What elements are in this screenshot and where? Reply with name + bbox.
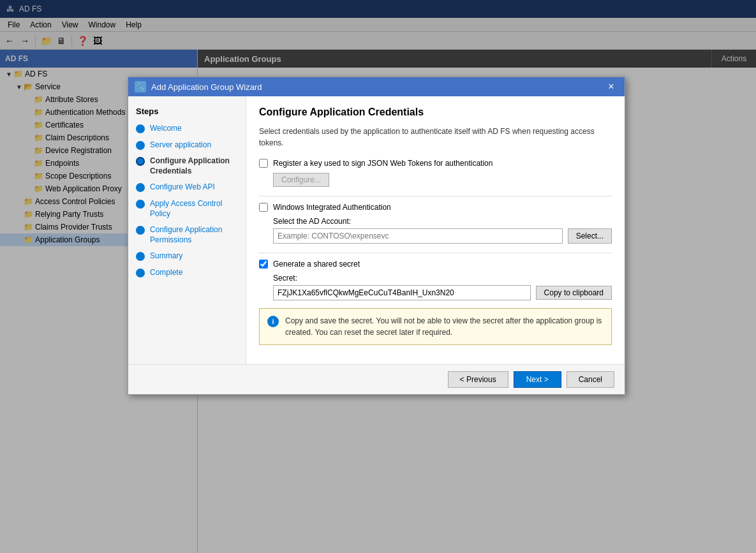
modal-footer: < Previous Next > Cancel — [128, 364, 625, 394]
ad-account-label: Select the AD Account: — [273, 217, 612, 226]
shared-secret-checkbox[interactable] — [259, 260, 268, 269]
content-description: Select credentials used by the applicati… — [259, 126, 612, 149]
info-text: Copy and save the secret. You will not b… — [285, 315, 604, 338]
windows-auth-checkbox[interactable] — [259, 203, 268, 212]
step-label-webapi: Configure Web API — [150, 182, 215, 193]
step-app-permissions[interactable]: Configure Application Permissions — [136, 225, 238, 245]
secret-input[interactable] — [273, 285, 531, 300]
json-token-section: Register a key used to sign JSON Web Tok… — [259, 159, 612, 187]
divider-1 — [259, 196, 612, 196]
steps-panel: Steps Welcome Server application Configu… — [128, 96, 246, 364]
step-welcome[interactable]: Welcome — [136, 124, 238, 134]
next-button[interactable]: Next > — [514, 371, 561, 388]
secret-row: Copy to clipboard — [273, 285, 612, 300]
previous-button[interactable]: < Previous — [448, 371, 508, 388]
json-token-checkbox[interactable] — [259, 159, 268, 168]
select-button[interactable]: Select... — [568, 228, 612, 244]
step-complete[interactable]: Complete — [136, 268, 238, 278]
ad-account-row: Select... — [273, 228, 612, 244]
step-dot-summary — [136, 252, 145, 261]
modal-dialog: 🔧 Add Application Group Wizard × Steps W… — [128, 77, 625, 395]
copy-clipboard-button[interactable]: Copy to clipboard — [536, 286, 612, 300]
step-dot-welcome — [136, 124, 145, 133]
json-token-row: Register a key used to sign JSON Web Tok… — [259, 159, 612, 168]
step-label-creds: Configure Application Credentials — [150, 156, 238, 176]
divider-2 — [259, 253, 612, 253]
modal-title: Add Application Group Wizard — [151, 82, 262, 92]
modal-titlebar: 🔧 Add Application Group Wizard × — [128, 77, 625, 96]
step-dot-perms — [136, 226, 145, 235]
step-label-welcome: Welcome — [150, 124, 182, 134]
configure-button[interactable]: Configure... — [273, 173, 329, 187]
step-label-complete: Complete — [150, 268, 182, 278]
step-access-control[interactable]: Apply Access Control Policy — [136, 199, 238, 219]
shared-secret-section: Generate a shared secret Secret: Copy to… — [259, 260, 612, 345]
content-panel: Configure Application Credentials Select… — [246, 96, 625, 364]
windows-auth-row: Windows Integrated Authentication — [259, 203, 612, 212]
step-dot-creds — [136, 157, 145, 166]
shared-secret-row: Generate a shared secret — [259, 260, 612, 269]
step-dot-complete — [136, 269, 145, 277]
json-token-label: Register a key used to sign JSON Web Tok… — [273, 159, 493, 168]
windows-auth-section: Windows Integrated Authentication Select… — [259, 203, 612, 244]
step-dot-webapi — [136, 183, 145, 192]
secret-label: Secret: — [273, 274, 612, 283]
step-server-app[interactable]: Server application — [136, 140, 238, 151]
modal-overlay: 🔧 Add Application Group Wizard × Steps W… — [0, 0, 756, 553]
content-title: Configure Application Credentials — [259, 107, 612, 118]
windows-auth-label: Windows Integrated Authentication — [273, 203, 391, 212]
cancel-button[interactable]: Cancel — [567, 371, 614, 388]
modal-close-button[interactable]: × — [604, 80, 618, 94]
step-label-perms: Configure Application Permissions — [150, 225, 238, 245]
step-label-summary: Summary — [150, 251, 182, 262]
step-dot-server — [136, 141, 145, 150]
step-label-server: Server application — [150, 140, 211, 151]
shared-secret-label: Generate a shared secret — [273, 260, 360, 269]
step-summary[interactable]: Summary — [136, 251, 238, 262]
steps-title: Steps — [136, 107, 238, 116]
secret-field-group: Secret: Copy to clipboard — [273, 274, 612, 300]
info-box: i Copy and save the secret. You will not… — [259, 308, 612, 345]
ad-account-group: Select the AD Account: Select... — [273, 217, 612, 244]
info-icon: i — [267, 316, 279, 327]
ad-account-input[interactable] — [273, 228, 563, 244]
step-web-api[interactable]: Configure Web API — [136, 182, 238, 193]
step-dot-access — [136, 200, 145, 209]
step-configure-creds[interactable]: Configure Application Credentials — [136, 156, 238, 176]
modal-body: Steps Welcome Server application Configu… — [128, 96, 625, 364]
modal-icon: 🔧 — [135, 81, 146, 92]
step-label-access: Apply Access Control Policy — [150, 199, 238, 219]
